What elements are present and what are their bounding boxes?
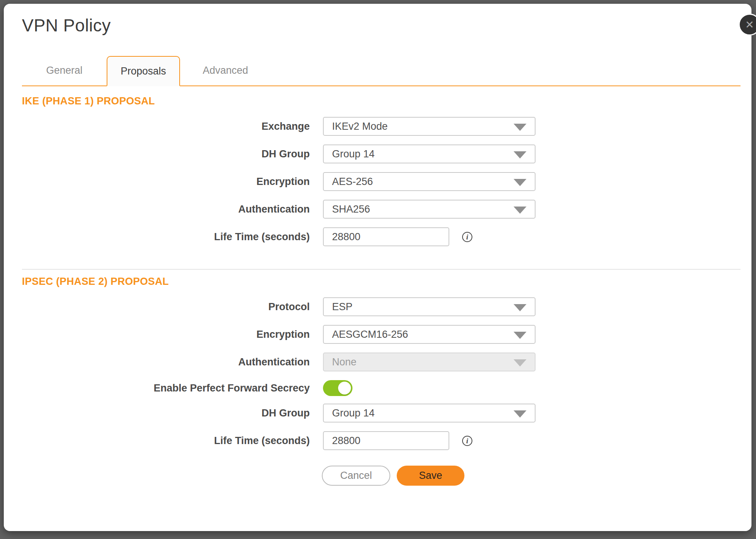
tab-general-label: General [46,65,82,76]
chevron-down-icon [514,207,526,214]
ike-authentication-label: Authentication [22,203,323,215]
ipsec-lifetime-label: Life Time (seconds) [22,435,323,447]
chevron-down-icon [514,359,526,367]
ike-encryption-label: Encryption [22,176,323,188]
exchange-select[interactable]: IKEv2 Mode [323,117,536,136]
protocol-select[interactable]: ESP [323,297,536,316]
cancel-button[interactable]: Cancel [322,466,390,486]
ipsec-encryption-select[interactable]: AESGCM16-256 [323,325,536,344]
ike-dh-group-row: DH Group Group 14 [22,144,740,163]
ike-lifetime-label: Life Time (seconds) [22,231,323,243]
ike-authentication-select[interactable]: SHA256 [323,200,536,219]
chevron-down-icon [514,304,526,311]
section-divider [22,269,740,270]
tab-advanced-label: Advanced [203,65,248,76]
ipsec-authentication-row: Authentication None [22,353,740,371]
ipsec-phase2-form: Protocol ESP Encryption AESGCM16-256 Aut… [22,297,740,450]
ipsec-encryption-label: Encryption [22,329,323,340]
footer-actions: Cancel Save [22,466,740,486]
ipsec-dh-group-row: DH Group Group 14 [22,404,740,423]
save-button[interactable]: Save [397,466,464,486]
ipsec-authentication-select: None [323,353,536,371]
ipsec-dh-group-label: DH Group [22,407,323,419]
chevron-down-icon [514,332,526,339]
chevron-down-icon [514,151,526,158]
info-icon[interactable]: i [462,232,472,242]
tab-bar: General Proposals Advanced [22,55,740,86]
ike-dh-group-select[interactable]: Group 14 [323,144,536,163]
ipsec-lifetime-row: Life Time (seconds) i [22,431,740,450]
ike-lifetime-row: Life Time (seconds) i [22,227,740,246]
tab-proposals-label: Proposals [121,65,166,77]
chevron-down-icon [514,179,526,186]
ike-dh-group-value: Group 14 [332,148,375,160]
ipsec-authentication-value: None [332,356,357,368]
ike-authentication-value: SHA256 [332,203,370,215]
ipsec-encryption-value: AESGCM16-256 [332,329,408,340]
ipsec-encryption-row: Encryption AESGCM16-256 [22,325,740,344]
ipsec-dh-group-select[interactable]: Group 14 [323,404,536,423]
protocol-label: Protocol [22,301,323,313]
info-icon[interactable]: i [462,436,472,446]
ipsec-authentication-label: Authentication [22,356,323,368]
ike-authentication-row: Authentication SHA256 [22,200,740,219]
chevron-down-icon [514,124,526,131]
chevron-down-icon [514,410,526,418]
tab-proposals[interactable]: Proposals [107,56,180,86]
ipsec-lifetime-input[interactable] [323,431,449,450]
page-title: VPN Policy [22,4,740,36]
pfs-toggle[interactable] [323,380,352,396]
tab-advanced[interactable]: Advanced [180,55,271,85]
exchange-value: IKEv2 Mode [332,121,388,132]
ipsec-dh-group-value: Group 14 [332,407,375,419]
pfs-row: Enable Perfect Forward Secrecy [22,380,740,396]
ike-phase1-form: Exchange IKEv2 Mode DH Group Group 14 En… [22,117,740,246]
ipsec-phase2-heading: IPSEC (PHASE 2) PROPOSAL [22,276,740,287]
pfs-label: Enable Perfect Forward Secrecy [22,382,323,394]
ike-encryption-value: AES-256 [332,176,373,188]
vpn-policy-dialog: VPN Policy General Proposals Advanced IK… [4,4,751,531]
ike-phase1-heading: IKE (PHASE 1) PROPOSAL [22,95,740,107]
close-icon: ✕ [745,19,754,31]
ike-encryption-select[interactable]: AES-256 [323,172,536,191]
toggle-knob [338,382,351,395]
ike-dh-group-label: DH Group [22,148,323,160]
ike-lifetime-input[interactable] [323,227,449,246]
exchange-row: Exchange IKEv2 Mode [22,117,740,136]
exchange-label: Exchange [22,121,323,132]
tab-general[interactable]: General [22,55,107,85]
protocol-value: ESP [332,301,352,313]
ike-encryption-row: Encryption AES-256 [22,172,740,191]
protocol-row: Protocol ESP [22,297,740,316]
